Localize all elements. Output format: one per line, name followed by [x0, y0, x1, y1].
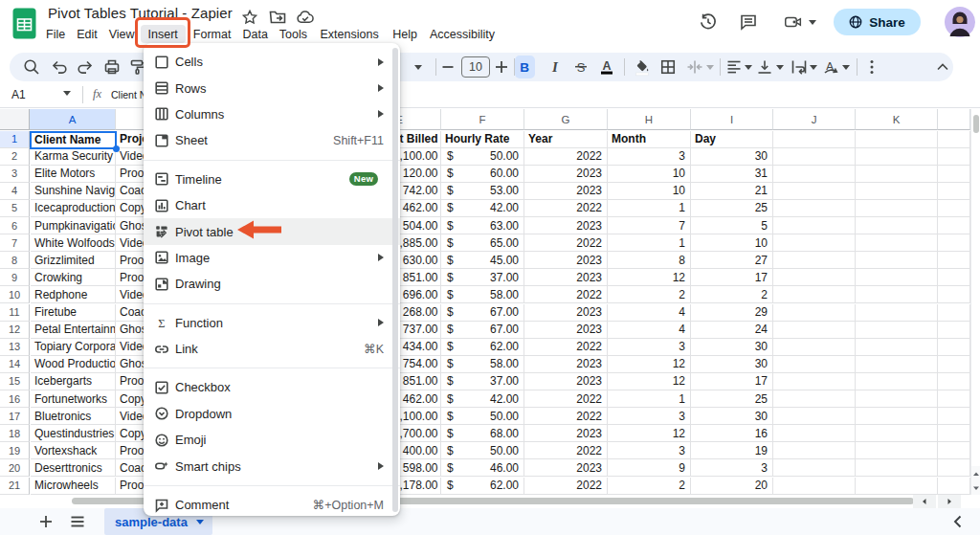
vertical-scrollbar[interactable]: [970, 109, 980, 508]
cell-L5[interactable]: [938, 200, 970, 217]
cell-L9[interactable]: [938, 269, 970, 286]
cell-I19[interactable]: 19: [691, 442, 773, 459]
row-header-7[interactable]: 7: [0, 234, 30, 252]
cell-A16[interactable]: Fortunetworks: [31, 390, 116, 408]
search-icon[interactable]: [20, 56, 43, 78]
cell-J12[interactable]: [773, 322, 856, 339]
borders-button[interactable]: [657, 56, 679, 78]
cell-G9[interactable]: 2023: [524, 269, 608, 286]
cell-I14[interactable]: 30: [691, 356, 773, 373]
cell-A6[interactable]: Pumpkinavigatio: [31, 217, 116, 234]
cell-A17[interactable]: Bluetronics: [31, 408, 116, 425]
cell-F18[interactable]: $68.00: [441, 425, 524, 442]
more-options-kebab-icon[interactable]: [860, 56, 883, 78]
cell-A8[interactable]: Grizzlimited: [31, 252, 116, 269]
cell-G4[interactable]: 2023: [524, 183, 608, 200]
cell-F21[interactable]: $62.00: [441, 478, 524, 495]
menubar-item-format[interactable]: Format: [188, 25, 237, 43]
row-header-6[interactable]: 6: [0, 217, 30, 234]
row-header-3[interactable]: 3: [0, 166, 30, 183]
cell-L14[interactable]: [938, 356, 970, 373]
row-header-17[interactable]: 17: [0, 408, 30, 425]
menu-item-columns[interactable]: Columns: [144, 101, 400, 127]
cell-I4[interactable]: 21: [691, 183, 773, 200]
text-rotation-caret-icon[interactable]: [839, 56, 853, 78]
menubar-item-file[interactable]: File: [40, 25, 71, 43]
cell-G10[interactable]: 2022: [524, 286, 608, 303]
cell-L19[interactable]: [938, 442, 970, 459]
cell-J6[interactable]: [773, 217, 856, 234]
cell-A14[interactable]: Wood Productio: [31, 356, 116, 373]
formula-input[interactable]: Client Name: [111, 81, 144, 108]
cell-F6[interactable]: $63.00: [441, 217, 524, 234]
cell-K5[interactable]: [856, 200, 938, 217]
cell-I1[interactable]: Day: [691, 131, 773, 148]
row-header-20[interactable]: 20: [0, 459, 30, 477]
menu-item-drawing[interactable]: Drawing: [144, 271, 400, 297]
cell-J21[interactable]: [773, 478, 856, 495]
cell-H11[interactable]: 4: [608, 304, 691, 322]
menu-item-dropdown[interactable]: Dropdown: [144, 401, 400, 427]
cell-H9[interactable]: 12: [608, 269, 691, 286]
row-header-15[interactable]: 15: [0, 373, 30, 390]
cell-K11[interactable]: [856, 304, 938, 322]
cell-K3[interactable]: [856, 166, 938, 183]
cell-K14[interactable]: [856, 356, 938, 373]
cell-F15[interactable]: $37.00: [441, 373, 524, 390]
cell-L13[interactable]: [938, 339, 970, 356]
cell-G1[interactable]: Year: [524, 131, 608, 148]
row-header-13[interactable]: 13: [0, 339, 30, 356]
row-header-18[interactable]: 18: [0, 425, 30, 442]
user-avatar[interactable]: [945, 7, 975, 37]
cell-K13[interactable]: [856, 339, 938, 356]
cell-K2[interactable]: [856, 148, 938, 166]
cell-H19[interactable]: 3: [608, 442, 691, 459]
cell-G18[interactable]: 2023: [524, 425, 608, 442]
cell-F16[interactable]: $42.00: [441, 390, 524, 408]
cell-A12[interactable]: Petal Entertainm: [31, 322, 116, 339]
cell-L4[interactable]: [938, 183, 970, 200]
cell-J5[interactable]: [773, 200, 856, 217]
fill-color-button[interactable]: [631, 56, 654, 78]
cell-I7[interactable]: 10: [691, 234, 773, 252]
cell-J2[interactable]: [773, 148, 856, 166]
cell-H3[interactable]: 10: [608, 166, 691, 183]
cell-L21[interactable]: [938, 478, 970, 495]
bold-button[interactable]: B: [515, 56, 535, 78]
cell-H16[interactable]: 1: [608, 390, 691, 408]
cell-G11[interactable]: 2023: [524, 304, 608, 322]
italic-button[interactable]: I: [544, 56, 567, 78]
cell-L2[interactable]: [938, 148, 970, 166]
cell-A18[interactable]: Questindustries: [31, 425, 116, 442]
column-header-K[interactable]: K: [856, 109, 938, 130]
cell-L20[interactable]: [938, 459, 970, 477]
cell-G3[interactable]: 2023: [524, 166, 608, 183]
cell-L15[interactable]: [938, 373, 970, 390]
cell-G14[interactable]: 2023: [524, 356, 608, 373]
cell-H17[interactable]: 3: [608, 408, 691, 425]
add-sheet-icon[interactable]: [36, 512, 56, 531]
cell-L16[interactable]: [938, 390, 970, 408]
version-history-icon[interactable]: [698, 11, 719, 33]
caret-down-icon[interactable]: [802, 11, 823, 33]
cell-A19[interactable]: Vortexshack: [31, 442, 116, 459]
cell-J10[interactable]: [773, 286, 856, 303]
cell-J8[interactable]: [773, 252, 856, 269]
cell-F20[interactable]: $46.00: [441, 459, 524, 477]
redo-icon[interactable]: [74, 56, 97, 78]
cell-G16[interactable]: 2022: [524, 390, 608, 408]
cell-G21[interactable]: 2022: [524, 478, 608, 495]
cell-H1[interactable]: Month: [608, 131, 691, 148]
cell-H18[interactable]: 12: [608, 425, 691, 442]
row-header-19[interactable]: 19: [0, 442, 30, 459]
cell-J9[interactable]: [773, 269, 856, 286]
cell-F19[interactable]: $50.00: [441, 442, 524, 459]
menubar-item-tools[interactable]: Tools: [274, 25, 313, 43]
cell-I5[interactable]: 25: [691, 200, 773, 217]
vertical-scrollbar-thumb[interactable]: [973, 115, 979, 133]
cell-L10[interactable]: [938, 286, 970, 303]
cell-L6[interactable]: [938, 217, 970, 234]
cell-I8[interactable]: 27: [691, 252, 773, 269]
cell-H21[interactable]: 2: [608, 478, 691, 495]
sheet-tab-caret-icon[interactable]: [196, 520, 204, 524]
